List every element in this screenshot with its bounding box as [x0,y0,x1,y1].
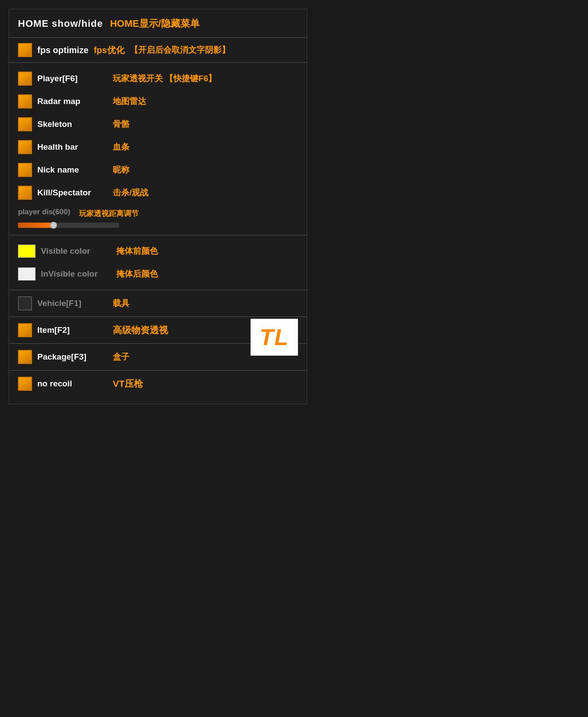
norecoil-row: no recoil VT压枪 [9,372,307,395]
invisible-color-label-cn: 掩体后颜色 [116,268,158,280]
radar-checkbox[interactable] [18,94,32,108]
item-label-en: Item[F2] [37,325,108,335]
visible-color-row: Visible color 掩体前颜色 [9,240,307,263]
divider-1 [9,37,307,38]
slider-label-cn: 玩家透视距离调节 [79,209,139,219]
invisible-color-swatch[interactable] [18,267,36,281]
skeleton-checkbox[interactable] [18,117,32,131]
healthbar-label-en: Health bar [37,142,108,152]
vehicle-row: Vehicle[F1] 载具 [9,292,307,315]
player-distance-slider[interactable] [18,223,119,228]
norecoil-label-cn: VT压枪 [113,378,143,390]
vehicle-checkbox[interactable] [18,296,32,310]
player-row: Player[F6] 玩家透视开关 【快捷键F6】 [9,67,307,90]
divider-7 [9,370,307,371]
fps-optimize-checkbox[interactable] [18,43,32,57]
panel-header: HOME show/hide HOME显示/隐藏菜单 [9,14,307,36]
fps-optimize-extra: 【开启后会取消文字阴影】 [130,44,230,56]
fps-optimize-label-cn: fps优化 [94,44,125,56]
visible-color-label-en: Visible color [41,246,111,256]
header-title-en: HOME show/hide [18,18,103,29]
radar-row: Radar map 地图雷达 [9,90,307,113]
skeleton-label-en: Skeleton [37,119,108,129]
killspectator-label-cn: 击杀/观战 [113,187,148,198]
slider-label: player dis(600) [18,208,70,216]
package-checkbox[interactable] [18,350,32,364]
healthbar-label-cn: 血条 [113,141,129,153]
radar-label-en: Radar map [37,97,108,106]
invisible-color-row: InVisible color 掩体后颜色 [9,263,307,285]
player-label-en: Player[F6] [37,74,108,83]
nickname-row: Nick name 昵称 [9,159,307,181]
player-label-cn: 玩家透视开关 【快捷键F6】 [113,73,216,84]
fps-optimize-label-en: fps optimize [37,45,89,55]
divider-5 [9,317,307,317]
killspectator-checkbox[interactable] [18,186,32,200]
norecoil-checkbox[interactable] [18,377,32,391]
slider-section: player dis(600) 玩家透视距离调节 [9,204,307,233]
nickname-checkbox[interactable] [18,163,32,177]
slider-fill [18,223,54,228]
divider-4 [9,290,307,290]
healthbar-row: Health bar 血条 [9,136,307,159]
skeleton-label-cn: 骨骼 [113,119,129,130]
package-label-en: Package[F3] [37,352,108,362]
visible-color-swatch[interactable] [18,245,36,258]
killspectator-label-en: Kill/Spectator [37,188,108,198]
vehicle-label-en: Vehicle[F1] [37,299,108,308]
fps-optimize-row: fps optimize fps优化 【开启后会取消文字阴影】 [9,40,307,61]
visible-color-label-cn: 掩体前颜色 [116,245,158,257]
skeleton-row: Skeleton 骨骼 [9,113,307,136]
item-checkbox[interactable] [18,323,32,337]
slider-thumb[interactable] [50,222,57,229]
norecoil-label-en: no recoil [37,379,108,389]
nickname-label-en: Nick name [37,165,108,175]
radar-label-cn: 地图雷达 [113,96,146,107]
invisible-color-label-en: InVisible color [41,269,111,279]
package-label-cn: 盒子 [113,351,129,363]
header-title-cn: HOME显示/隐藏菜单 [110,17,200,30]
divider-2 [9,62,307,63]
nickname-label-cn: 昵称 [113,164,129,176]
killspectator-row: Kill/Spectator 击杀/观战 [9,181,307,204]
tl-logo: TL [251,319,298,356]
main-panel: HOME show/hide HOME显示/隐藏菜单 fps optimize … [9,9,307,404]
player-checkbox[interactable] [18,72,32,86]
divider-3 [9,235,307,235]
vehicle-label-cn: 载具 [113,298,129,309]
healthbar-checkbox[interactable] [18,140,32,154]
item-label-cn: 高级物资透视 [113,324,168,336]
